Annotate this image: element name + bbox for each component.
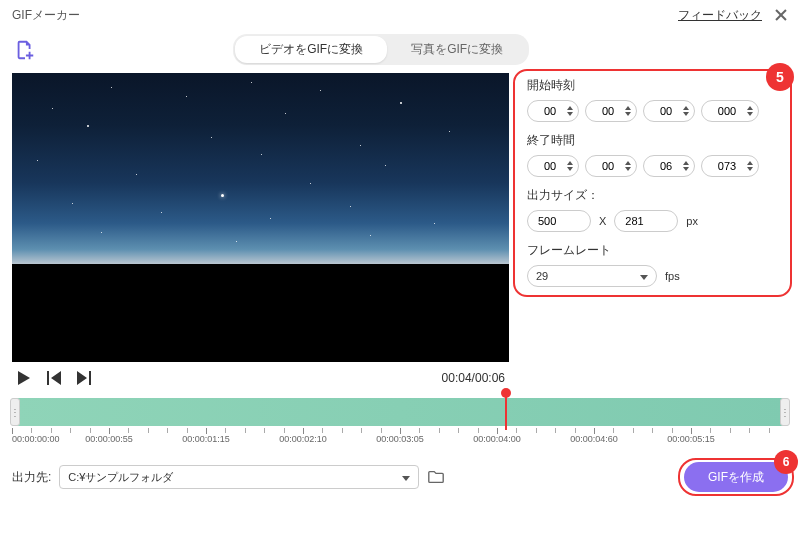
fps-unit-label: fps [665,270,680,282]
height-input[interactable] [614,210,678,232]
arrow-down-icon[interactable] [682,166,690,172]
x-separator: X [599,215,606,227]
end-time-label: 終了時間 [527,132,780,149]
arrow-down-icon[interactable] [566,111,574,117]
video-preview[interactable] [12,73,509,362]
end-ms-input[interactable] [712,160,742,172]
ruler-tick: 00:00:05:15 [691,428,788,448]
play-button[interactable] [16,370,32,386]
arrow-down-icon[interactable] [746,111,754,117]
end-ms-spinner[interactable] [701,155,759,177]
start-hours-input[interactable] [538,105,562,117]
arrow-down-icon[interactable] [624,111,632,117]
framerate-select[interactable]: 29 [527,265,657,287]
end-seconds-spinner[interactable] [643,155,695,177]
skip-forward-icon [77,371,91,385]
end-minutes-spinner[interactable] [585,155,637,177]
end-hours-input[interactable] [538,160,562,172]
start-hours-spinner[interactable] [527,100,579,122]
framerate-value: 29 [536,270,548,282]
chevron-down-icon [402,471,410,483]
start-seconds-spinner[interactable] [643,100,695,122]
start-minutes-input[interactable] [596,105,620,117]
arrow-down-icon[interactable] [682,111,690,117]
width-input[interactable] [527,210,591,232]
prev-frame-button[interactable] [46,370,62,386]
playhead[interactable] [505,394,507,430]
px-unit-label: px [686,215,698,227]
arrow-down-icon[interactable] [566,166,574,172]
time-display: 00:04/00:06 [442,371,505,385]
output-path-dropdown[interactable]: C:¥サンプルフォルダ [59,465,419,489]
output-path-value: C:¥サンプルフォルダ [68,470,173,485]
tab-video-to-gif[interactable]: ビデオをGIFに変換 [235,36,387,63]
skip-back-icon [47,371,61,385]
start-minutes-spinner[interactable] [585,100,637,122]
trim-handle-right[interactable] [780,398,790,426]
framerate-label: フレームレート [527,242,780,259]
close-icon[interactable] [774,8,788,22]
create-gif-button[interactable]: GIFを作成 [684,462,788,492]
folder-icon [427,468,445,486]
output-size-label: 出力サイズ： [527,187,780,204]
arrow-down-icon[interactable] [746,166,754,172]
tab-photo-to-gif[interactable]: 写真をGIFに変換 [387,36,527,63]
add-file-icon [14,39,36,61]
next-frame-button[interactable] [76,370,92,386]
add-media-button[interactable] [12,37,38,63]
end-hours-spinner[interactable] [527,155,579,177]
start-ms-spinner[interactable] [701,100,759,122]
end-seconds-input[interactable] [654,160,678,172]
trim-handle-left[interactable] [10,398,20,426]
app-title: GIFメーカー [12,7,80,24]
time-ruler: 00:00:00:0000:00:00:5500:00:01:1500:00:0… [0,426,800,448]
preview-panel: 00:04/00:06 [12,73,509,386]
start-time-label: 開始時刻 [527,77,780,94]
play-icon [17,371,31,385]
mode-tabs: ビデオをGIFに変換 写真をGIFに変換 [233,34,529,65]
browse-folder-button[interactable] [427,468,445,486]
callout-badge-6: 6 [774,450,798,474]
arrow-down-icon[interactable] [624,166,632,172]
callout-badge-5: 5 [766,63,794,91]
output-dest-label: 出力先: [12,469,51,486]
chevron-down-icon [640,270,648,282]
end-minutes-input[interactable] [596,160,620,172]
start-ms-input[interactable] [712,105,742,117]
settings-panel: 5 開始時刻 終了時間 出力サイズ： X [519,73,788,386]
feedback-link[interactable]: フィードバック [678,7,762,24]
start-seconds-input[interactable] [654,105,678,117]
timeline-track[interactable] [12,398,788,426]
